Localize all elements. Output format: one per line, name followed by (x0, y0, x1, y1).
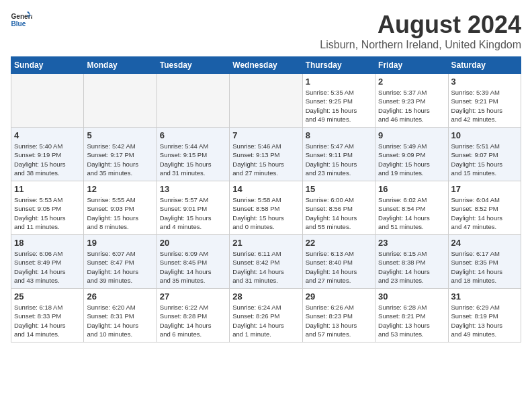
calendar-day: 15Sunrise: 6:00 AM Sunset: 8:56 PM Dayli… (302, 181, 375, 235)
day-number: 12 (87, 184, 153, 194)
day-info: Sunrise: 6:17 AM Sunset: 8:35 PM Dayligh… (451, 249, 518, 285)
calendar-day: 6Sunrise: 5:44 AM Sunset: 9:15 PM Daylig… (157, 128, 229, 181)
day-info: Sunrise: 6:24 AM Sunset: 8:26 PM Dayligh… (232, 303, 299, 338)
day-number: 9 (378, 130, 445, 140)
weekday-header-saturday: Saturday (448, 57, 521, 74)
calendar-day: 5Sunrise: 5:42 AM Sunset: 9:17 PM Daylig… (84, 128, 157, 181)
day-info: Sunrise: 5:39 AM Sunset: 9:21 PM Dayligh… (451, 88, 518, 124)
day-number: 6 (160, 130, 226, 140)
day-number: 21 (232, 238, 299, 248)
svg-text:Blue: Blue (11, 20, 26, 28)
calendar-week-3: 11Sunrise: 5:53 AM Sunset: 9:05 PM Dayli… (11, 181, 521, 235)
weekday-header-row: SundayMondayTuesdayWednesdayThursdayFrid… (11, 57, 521, 74)
day-info: Sunrise: 6:02 AM Sunset: 8:54 PM Dayligh… (378, 195, 445, 231)
calendar-day: 2Sunrise: 5:37 AM Sunset: 9:23 PM Daylig… (375, 74, 448, 128)
day-number: 19 (87, 238, 153, 248)
day-number: 17 (451, 184, 518, 194)
calendar-week-5: 25Sunrise: 6:18 AM Sunset: 8:33 PM Dayli… (11, 289, 521, 342)
day-number: 15 (306, 184, 372, 194)
calendar-day: 16Sunrise: 6:02 AM Sunset: 8:54 PM Dayli… (375, 181, 448, 235)
day-info: Sunrise: 6:18 AM Sunset: 8:33 PM Dayligh… (14, 303, 81, 338)
calendar-day: 11Sunrise: 5:53 AM Sunset: 9:05 PM Dayli… (11, 181, 84, 235)
weekday-header-friday: Friday (375, 57, 448, 74)
weekday-header-wednesday: Wednesday (230, 57, 302, 74)
day-number: 20 (160, 238, 226, 248)
calendar-day: 8Sunrise: 5:47 AM Sunset: 9:11 PM Daylig… (302, 128, 375, 181)
calendar-day: 7Sunrise: 5:46 AM Sunset: 9:13 PM Daylig… (230, 128, 302, 181)
calendar-day: 10Sunrise: 5:51 AM Sunset: 9:07 PM Dayli… (448, 128, 521, 181)
day-info: Sunrise: 5:42 AM Sunset: 9:17 PM Dayligh… (87, 142, 153, 177)
day-info: Sunrise: 6:04 AM Sunset: 8:52 PM Dayligh… (451, 195, 518, 231)
logo: General Blue (11, 11, 32, 30)
calendar-table: SundayMondayTuesdayWednesdayThursdayFrid… (11, 56, 521, 342)
day-number: 4 (14, 130, 81, 140)
day-info: Sunrise: 5:55 AM Sunset: 9:03 PM Dayligh… (87, 195, 153, 231)
calendar-week-4: 18Sunrise: 6:06 AM Sunset: 8:49 PM Dayli… (11, 235, 521, 289)
day-info: Sunrise: 6:06 AM Sunset: 8:49 PM Dayligh… (14, 249, 81, 285)
title-area: August 2024 Lisburn, Northern Ireland, U… (320, 11, 521, 51)
day-number: 26 (87, 291, 153, 302)
calendar-day: 29Sunrise: 6:26 AM Sunset: 8:23 PM Dayli… (302, 289, 375, 342)
calendar-day (157, 74, 229, 128)
day-number: 24 (451, 238, 518, 248)
day-info: Sunrise: 6:00 AM Sunset: 8:56 PM Dayligh… (306, 195, 372, 231)
day-info: Sunrise: 6:26 AM Sunset: 8:23 PM Dayligh… (306, 303, 372, 338)
day-number: 22 (306, 238, 372, 248)
page-header: General Blue August 2024 Lisburn, Northe… (11, 11, 521, 51)
day-info: Sunrise: 6:15 AM Sunset: 8:38 PM Dayligh… (378, 249, 445, 285)
day-number: 1 (306, 77, 372, 87)
calendar-day: 25Sunrise: 6:18 AM Sunset: 8:33 PM Dayli… (11, 289, 84, 342)
calendar-day: 20Sunrise: 6:09 AM Sunset: 8:45 PM Dayli… (157, 235, 229, 289)
day-info: Sunrise: 5:57 AM Sunset: 9:01 PM Dayligh… (160, 195, 226, 231)
day-number: 29 (306, 291, 372, 302)
day-number: 2 (378, 77, 445, 87)
day-info: Sunrise: 6:28 AM Sunset: 8:21 PM Dayligh… (378, 303, 445, 338)
calendar-day: 9Sunrise: 5:49 AM Sunset: 9:09 PM Daylig… (375, 128, 448, 181)
day-info: Sunrise: 6:22 AM Sunset: 8:28 PM Dayligh… (160, 303, 226, 338)
calendar-day: 17Sunrise: 6:04 AM Sunset: 8:52 PM Dayli… (448, 181, 521, 235)
day-info: Sunrise: 5:44 AM Sunset: 9:15 PM Dayligh… (160, 142, 226, 177)
day-info: Sunrise: 5:53 AM Sunset: 9:05 PM Dayligh… (14, 195, 81, 231)
day-number: 5 (87, 130, 153, 140)
calendar-day: 26Sunrise: 6:20 AM Sunset: 8:31 PM Dayli… (84, 289, 157, 342)
day-number: 7 (232, 130, 299, 140)
location-subtitle: Lisburn, Northern Ireland, United Kingdo… (320, 39, 521, 51)
day-info: Sunrise: 6:20 AM Sunset: 8:31 PM Dayligh… (87, 303, 153, 338)
day-number: 10 (451, 130, 518, 140)
calendar-day (230, 74, 302, 128)
calendar-day: 23Sunrise: 6:15 AM Sunset: 8:38 PM Dayli… (375, 235, 448, 289)
weekday-header-thursday: Thursday (302, 57, 375, 74)
day-number: 3 (451, 77, 518, 87)
calendar-day: 18Sunrise: 6:06 AM Sunset: 8:49 PM Dayli… (11, 235, 84, 289)
calendar-day: 4Sunrise: 5:40 AM Sunset: 9:19 PM Daylig… (11, 128, 84, 181)
calendar-day (11, 74, 84, 128)
day-info: Sunrise: 6:11 AM Sunset: 8:42 PM Dayligh… (232, 249, 299, 285)
calendar-day: 28Sunrise: 6:24 AM Sunset: 8:26 PM Dayli… (230, 289, 302, 342)
month-title: August 2024 (320, 11, 521, 39)
day-info: Sunrise: 6:07 AM Sunset: 8:47 PM Dayligh… (87, 249, 153, 285)
calendar-day: 3Sunrise: 5:39 AM Sunset: 9:21 PM Daylig… (448, 74, 521, 128)
calendar-day: 14Sunrise: 5:58 AM Sunset: 8:58 PM Dayli… (230, 181, 302, 235)
calendar-day: 1Sunrise: 5:35 AM Sunset: 9:25 PM Daylig… (302, 74, 375, 128)
calendar-day: 27Sunrise: 6:22 AM Sunset: 8:28 PM Dayli… (157, 289, 229, 342)
day-number: 25 (14, 291, 81, 302)
day-info: Sunrise: 5:37 AM Sunset: 9:23 PM Dayligh… (378, 88, 445, 124)
calendar-day: 13Sunrise: 5:57 AM Sunset: 9:01 PM Dayli… (157, 181, 229, 235)
weekday-header-tuesday: Tuesday (157, 57, 229, 74)
calendar-day: 24Sunrise: 6:17 AM Sunset: 8:35 PM Dayli… (448, 235, 521, 289)
day-number: 27 (160, 291, 226, 302)
day-number: 31 (451, 291, 518, 302)
day-info: Sunrise: 6:13 AM Sunset: 8:40 PM Dayligh… (306, 249, 372, 285)
calendar-day: 12Sunrise: 5:55 AM Sunset: 9:03 PM Dayli… (84, 181, 157, 235)
day-number: 23 (378, 238, 445, 248)
day-number: 11 (14, 184, 81, 194)
day-info: Sunrise: 5:58 AM Sunset: 8:58 PM Dayligh… (232, 195, 299, 231)
day-info: Sunrise: 5:51 AM Sunset: 9:07 PM Dayligh… (451, 142, 518, 177)
day-number: 18 (14, 238, 81, 248)
day-number: 16 (378, 184, 445, 194)
calendar-day: 22Sunrise: 6:13 AM Sunset: 8:40 PM Dayli… (302, 235, 375, 289)
weekday-header-sunday: Sunday (11, 57, 84, 74)
day-number: 28 (232, 291, 299, 302)
calendar-day: 30Sunrise: 6:28 AM Sunset: 8:21 PM Dayli… (375, 289, 448, 342)
logo-icon: General Blue (11, 11, 32, 30)
